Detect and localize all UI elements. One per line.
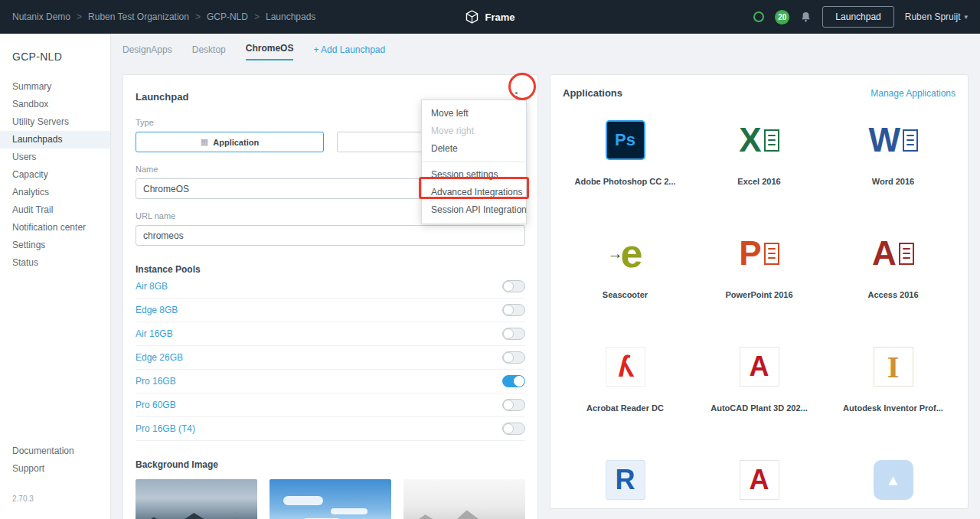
pool-toggle[interactable] [502, 304, 525, 316]
frame-brand: Frame [465, 10, 514, 24]
app-excel[interactable]: X Excel 2016 [692, 116, 826, 229]
url-name-input[interactable] [136, 225, 525, 246]
pool-row: Air 8GB [136, 275, 525, 299]
user-menu[interactable]: Ruben Spruijt ▾ [905, 11, 968, 22]
sidebar-item-sandbox[interactable]: Sandbox [0, 96, 110, 113]
app-powerpoint[interactable]: P PowerPoint 2016 [692, 229, 826, 342]
menu-item-advanced-integrations[interactable]: Advanced Integrations [422, 184, 526, 201]
app-label: Word 2016 [872, 177, 914, 186]
autocad-icon: A [740, 347, 779, 387]
background-image-sky[interactable] [270, 479, 391, 519]
app-label: Acrobat Reader DC [586, 403, 664, 413]
menu-item-move-right: Move right [422, 122, 526, 140]
pool-row: Pro 16GB [136, 370, 525, 393]
background-image-title: Background Image [136, 459, 525, 470]
app-acrobat[interactable]: λ Acrobat Reader DC [558, 342, 692, 455]
launchpad-button[interactable]: Launchpad [822, 6, 893, 28]
bell-icon[interactable] [800, 11, 812, 23]
sidebar-item-documentation[interactable]: Documentation [0, 442, 110, 460]
frame-logo-icon [465, 10, 479, 24]
menu-item-move-left[interactable]: Move left [422, 105, 526, 122]
add-launchpad-link[interactable]: + Add Launchpad [313, 44, 385, 60]
app-photoshop[interactable]: Ps Adobe Photoshop CC 2... [558, 116, 692, 229]
photoshop-icon: Ps [606, 120, 645, 160]
launchpad-tabs: DesignApps Desktop ChromeOS + Add Launch… [122, 43, 385, 60]
sidebar-item-support[interactable]: Support [0, 460, 110, 478]
breadcrumb: Nutanix Demo > Ruben Test Organization >… [12, 11, 315, 22]
excel-icon: X [735, 120, 784, 160]
app-seascooter[interactable]: → e Seascooter [558, 229, 692, 342]
sidebar-item-capacity[interactable]: Capacity [0, 166, 110, 184]
pool-link[interactable]: Air 16GB [136, 328, 173, 339]
tab-designapps[interactable]: DesignApps [122, 44, 172, 60]
app-access[interactable]: A Access 2016 [826, 229, 960, 342]
breadcrumb-item[interactable]: Nutanix Demo [12, 11, 70, 22]
app-word[interactable]: W Word 2016 [826, 116, 960, 229]
pool-toggle[interactable] [502, 399, 525, 411]
app-label: Excel 2016 [737, 177, 780, 186]
applications-grid: Ps Adobe Photoshop CC 2... X Excel 2016 … [550, 111, 968, 509]
breadcrumb-item[interactable]: Ruben Test Organization [88, 11, 189, 22]
topbar-right: 20 Launchpad Ruben Spruijt ▾ [753, 6, 968, 28]
kebab-dropdown-menu: Move left Move right Delete Session sett… [421, 100, 527, 224]
sidebar-footer: Documentation Support 2.70.3 [0, 442, 110, 503]
sidebar-item-users[interactable]: Users [0, 149, 110, 166]
menu-item-delete[interactable]: Delete [422, 140, 526, 158]
pool-row: Pro 16GB (T4) [136, 417, 525, 441]
sidebar-item-audit-trail[interactable]: Audit Trail [0, 201, 110, 219]
version-label: 2.70.3 [0, 495, 110, 503]
breadcrumb-item[interactable]: GCP-NLD [207, 11, 248, 22]
sidebar-item-notification-center[interactable]: Notification center [0, 219, 110, 237]
sidebar-item-utility-servers[interactable]: Utility Servers [0, 113, 110, 131]
app-label: Autodesk Inventor Prof... [843, 403, 943, 413]
app-autocad[interactable]: A [692, 455, 826, 509]
pool-link[interactable]: Edge 8GB [136, 305, 178, 315]
pool-toggle[interactable] [502, 328, 525, 340]
top-bar: Nutanix Demo > Ruben Test Organization >… [0, 0, 980, 34]
sidebar-item-analytics[interactable]: Analytics [0, 184, 110, 201]
instance-pools-title: Instance Pools [136, 264, 525, 275]
background-image-mountains[interactable] [136, 479, 257, 519]
acrobat-icon: λ [606, 347, 645, 387]
seascooter-icon: → e [601, 233, 650, 273]
type-application-button[interactable]: ▦ Application [136, 132, 324, 152]
app-label: Adobe Photoshop CC 2... [575, 177, 676, 186]
tab-desktop[interactable]: Desktop [192, 44, 226, 60]
app-revit[interactable]: R [558, 455, 692, 509]
app-autocad-plant[interactable]: A AutoCAD Plant 3D 202... [692, 342, 826, 455]
tab-chromeos[interactable]: ChromeOS [246, 43, 294, 60]
menu-item-session-api-integration[interactable]: Session API Integration [422, 201, 526, 219]
sidebar-item-status[interactable]: Status [0, 254, 110, 272]
background-image-gray-mountains[interactable] [403, 479, 525, 519]
powerpoint-icon: P [735, 233, 784, 273]
breadcrumb-separator: > [195, 11, 201, 22]
user-name: Ruben Spruijt [905, 11, 961, 22]
pool-toggle[interactable] [502, 423, 525, 435]
pool-toggle[interactable] [502, 280, 525, 292]
revit-icon: R [606, 460, 645, 500]
pool-link[interactable]: Pro 16GB [136, 376, 176, 387]
pool-link[interactable]: Edge 26GB [136, 352, 183, 363]
pool-toggle[interactable] [502, 351, 525, 364]
sidebar-item-settings[interactable]: Settings [0, 237, 110, 254]
app-cloud[interactable]: ▲ [826, 455, 960, 509]
grid-icon: ▦ [201, 137, 208, 147]
cloud-app-icon: ▲ [874, 460, 913, 500]
pool-link[interactable]: Pro 60GB [136, 400, 176, 410]
breadcrumb-item[interactable]: Launchpads [266, 11, 315, 22]
breadcrumb-separator: > [77, 11, 82, 22]
autocad-icon: A [740, 460, 779, 500]
menu-item-session-settings[interactable]: Session settings [422, 166, 526, 184]
status-ring-icon[interactable] [753, 11, 764, 22]
inventor-icon: I [874, 347, 913, 387]
pool-row: Air 16GB [136, 322, 525, 346]
pool-link[interactable]: Air 8GB [136, 281, 168, 292]
app-inventor[interactable]: I Autodesk Inventor Prof... [826, 342, 960, 455]
sidebar-item-summary[interactable]: Summary [0, 78, 110, 96]
pool-link[interactable]: Pro 16GB (T4) [136, 423, 195, 434]
manage-applications-link[interactable]: Manage Applications [871, 88, 956, 99]
sidebar-item-launchpads[interactable]: Launchpads [0, 131, 110, 149]
pool-toggle[interactable] [502, 375, 525, 387]
notification-count-badge[interactable]: 20 [775, 10, 789, 24]
sidebar: GCP-NLD Summary Sandbox Utility Servers … [0, 34, 111, 519]
